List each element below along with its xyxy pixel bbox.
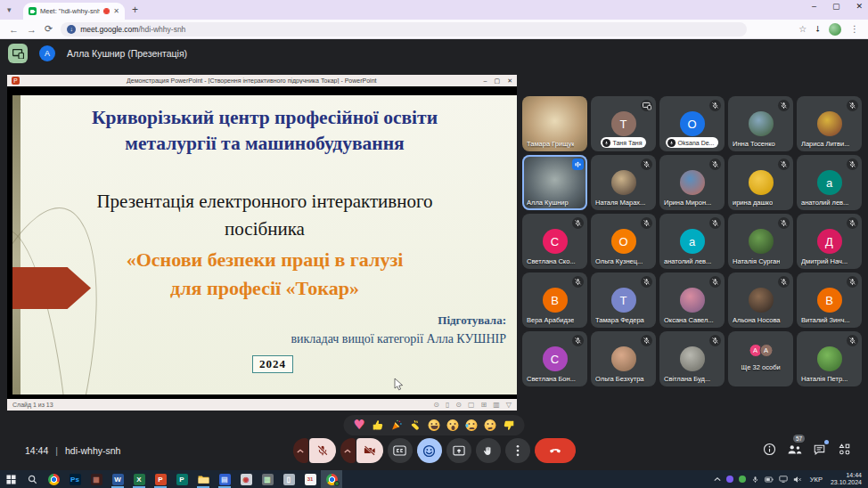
mic-options-chevron-icon[interactable]	[293, 438, 308, 463]
prev-slide-icon[interactable]: ⊙	[433, 401, 439, 409]
taskbar-calendar-icon[interactable]: 31	[299, 470, 321, 488]
participant-tile[interactable]: ТТаня Таня	[591, 96, 656, 151]
battery-icon[interactable]	[765, 476, 774, 483]
participant-tile[interactable]: Ирина Мирон...	[659, 155, 725, 210]
taskbar-notes-app-icon[interactable]: ▯	[278, 470, 299, 488]
people-button[interactable]: 57	[787, 442, 802, 457]
taskbar-explorer-icon[interactable]	[192, 470, 214, 488]
powerpoint-window[interactable]: P Демонстрация PowerPoint - [Створення і…	[7, 75, 517, 411]
participant-tile[interactable]: Альона Носова	[728, 272, 793, 328]
taskbar-publisher-icon[interactable]: P	[171, 470, 192, 488]
downloads-icon[interactable]: ⭣	[815, 24, 820, 35]
raise-hand-button[interactable]	[476, 438, 501, 463]
hidden-icons-icon[interactable]	[714, 476, 721, 482]
next-slide-icon[interactable]: ⊙	[455, 401, 462, 409]
present-button[interactable]	[446, 438, 471, 463]
site-info-icon[interactable]: ↓	[67, 25, 76, 34]
display-icon[interactable]	[779, 476, 788, 483]
messenger-app-icon[interactable]	[726, 476, 733, 483]
forward-button[interactable]: →	[27, 24, 37, 35]
participant-tile[interactable]: Наталя Марах...	[591, 155, 656, 210]
end-call-button[interactable]	[535, 438, 576, 463]
participant-tile[interactable]: Ольга Безхутра	[591, 331, 656, 386]
new-tab-button[interactable]: +	[132, 4, 138, 16]
taskbar-search-icon[interactable]	[21, 470, 43, 488]
participant-tile[interactable]: Наталія Сурган	[728, 214, 793, 269]
window-maximize-button[interactable]: ▢	[832, 2, 840, 11]
normal-view-icon[interactable]: ▢	[468, 401, 475, 409]
chat-button[interactable]	[812, 442, 827, 457]
taskbar-system-app-icon[interactable]: ▥	[257, 470, 278, 488]
thumbs-down-icon[interactable]	[503, 419, 516, 432]
face-thinking-icon[interactable]	[484, 419, 497, 432]
annotate-icon[interactable]: ▯	[446, 401, 449, 409]
clapping-hands-icon[interactable]	[409, 419, 422, 432]
camera-options-chevron-icon[interactable]	[340, 438, 356, 463]
browser-profile-avatar[interactable]	[829, 23, 841, 36]
taskbar-word-icon[interactable]: W	[107, 470, 128, 488]
face-surprised-icon[interactable]	[446, 419, 460, 432]
participant-tile[interactable]: ДДмитрий Нач...	[797, 214, 862, 269]
ppt-close-button[interactable]: ✕	[507, 77, 512, 85]
participant-tile[interactable]: ССветлана Ско...	[522, 214, 587, 269]
tab-search-chevron-icon[interactable]: ▾	[7, 5, 12, 14]
browser-menu-icon[interactable]: ⋮	[850, 24, 859, 34]
green-app-icon[interactable]	[739, 476, 746, 483]
reload-button[interactable]: ⟳	[45, 23, 53, 35]
participant-tile[interactable]: ССветлана Бон...	[522, 331, 587, 386]
sparkling-heart-icon[interactable]: ♥	[353, 419, 366, 432]
volume-muted-icon[interactable]	[793, 476, 802, 484]
mic-off-button[interactable]	[309, 438, 336, 463]
participant-tile[interactable]: Инна Тосенко	[728, 96, 793, 151]
ppt-minimize-button[interactable]: –	[484, 77, 487, 85]
participant-tile[interactable]: Наталія Петр...	[797, 331, 862, 386]
browser-tab[interactable]: Meet: "hdi-whhy-snh" ✕	[23, 3, 125, 20]
more-options-button[interactable]	[505, 438, 530, 463]
taskbar-excel-icon[interactable]: X	[128, 470, 150, 488]
slideshow-icon[interactable]: ▽	[506, 401, 512, 409]
participant-tile[interactable]: Лариса Литви...	[797, 96, 862, 151]
activities-button[interactable]	[837, 442, 852, 457]
face-joy-icon[interactable]	[428, 419, 441, 432]
participant-tile[interactable]: ирина дашко	[728, 155, 793, 210]
taskbar-clock[interactable]: 14:4423.10.2024	[831, 472, 862, 486]
taskbar-chrome-icon[interactable]	[43, 470, 64, 488]
bookmark-star-icon[interactable]: ☆	[798, 24, 807, 34]
taskbar-dark-app-icon[interactable]: ▦	[86, 470, 107, 488]
taskbar-chrome-icon[interactable]	[321, 470, 342, 488]
window-minimize-button[interactable]: –	[812, 2, 816, 11]
window-close-button[interactable]: ✕	[856, 2, 863, 11]
participant-tile[interactable]: ООльга Кузнец...	[591, 214, 656, 269]
tab-close-icon[interactable]: ✕	[113, 7, 119, 15]
face-cry-icon[interactable]	[465, 419, 479, 432]
participant-tile[interactable]: OOksana De...	[659, 96, 725, 151]
camera-off-button[interactable]	[356, 438, 383, 463]
ppt-maximize-button[interactable]: ▢	[495, 77, 501, 85]
participant-tile[interactable]: аанатолий лев...	[797, 155, 862, 210]
participant-tile[interactable]: Оксана Савел...	[659, 272, 725, 328]
language-indicator[interactable]: УКР	[810, 476, 823, 484]
participant-tile[interactable]: Тамара Грищук	[522, 96, 587, 151]
reactions-button[interactable]	[417, 438, 442, 463]
participant-tile[interactable]: ААЩе 32 особи	[728, 331, 793, 386]
taskbar-blue-app-icon[interactable]: ▤	[214, 470, 235, 488]
participant-tile[interactable]: Алла Кушнир	[522, 155, 587, 210]
slide-sorter-icon[interactable]: ⊞	[481, 401, 487, 409]
taskbar-photoshop-icon[interactable]: Ps	[64, 470, 86, 488]
captions-button[interactable]	[388, 438, 413, 463]
participant-tile[interactable]: аанатолий лев...	[659, 214, 725, 269]
mic-tray-icon[interactable]	[751, 476, 759, 484]
taskbar-paint-app-icon[interactable]: ◉	[235, 470, 257, 488]
participant-tile[interactable]: ТТамара Федера	[591, 272, 656, 328]
party-popper-icon[interactable]	[390, 419, 404, 432]
reading-view-icon[interactable]: ▥	[493, 401, 500, 409]
back-button[interactable]: ←	[9, 24, 19, 35]
thumbs-up-icon[interactable]	[372, 419, 385, 432]
taskbar-powerpoint-icon[interactable]: P	[150, 470, 171, 488]
participant-tile[interactable]: ВВиталий Зинч...	[797, 272, 862, 328]
participant-tile[interactable]: Світлана Буд...	[659, 331, 725, 386]
address-bar[interactable]: ↓ meet.google.com/hdi-whhy-snh	[61, 22, 747, 37]
meeting-details-button[interactable]	[762, 442, 777, 457]
participant-tile[interactable]: ВВера Арабидзе	[522, 272, 587, 328]
taskbar-start-icon[interactable]	[0, 470, 21, 488]
